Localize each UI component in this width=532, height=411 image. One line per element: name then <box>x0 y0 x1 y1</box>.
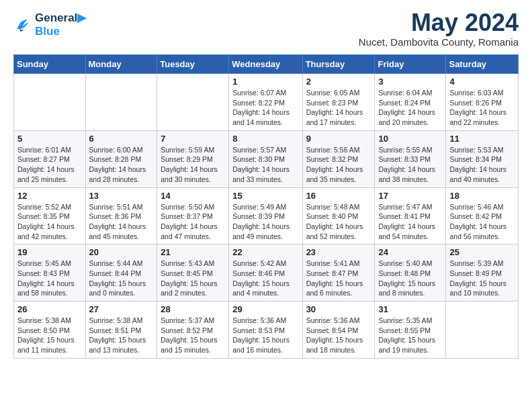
day-number: 20 <box>89 247 154 257</box>
day-number: 21 <box>161 247 225 257</box>
month-title: May 2024 <box>359 11 519 35</box>
day-info: Sunrise: 5:47 AM Sunset: 8:41 PM Dayligh… <box>378 202 442 242</box>
day-number: 3 <box>378 77 442 87</box>
day-number: 18 <box>449 191 515 201</box>
table-row: 28Sunrise: 5:37 AM Sunset: 8:52 PM Dayli… <box>157 302 229 359</box>
header-tuesday: Tuesday <box>157 55 229 74</box>
table-row <box>14 74 86 131</box>
location: Nucet, Dambovita County, Romania <box>359 36 519 48</box>
day-number: 11 <box>449 134 515 144</box>
table-row: 19Sunrise: 5:45 AM Sunset: 8:43 PM Dayli… <box>14 244 86 302</box>
day-number: 9 <box>306 134 371 144</box>
day-number: 5 <box>17 134 82 144</box>
day-number: 10 <box>378 134 442 144</box>
day-info: Sunrise: 5:35 AM Sunset: 8:55 PM Dayligh… <box>378 316 442 355</box>
day-info: Sunrise: 6:01 AM Sunset: 8:27 PM Dayligh… <box>17 145 82 185</box>
table-row: 9Sunrise: 5:56 AM Sunset: 8:32 PM Daylig… <box>302 130 375 187</box>
table-row: 31Sunrise: 5:35 AM Sunset: 8:55 PM Dayli… <box>375 302 446 359</box>
day-number: 2 <box>306 77 371 87</box>
table-row: 11Sunrise: 5:53 AM Sunset: 8:34 PM Dayli… <box>446 130 519 187</box>
day-info: Sunrise: 5:39 AM Sunset: 8:49 PM Dayligh… <box>449 259 515 298</box>
table-row: 18Sunrise: 5:46 AM Sunset: 8:42 PM Dayli… <box>446 187 519 244</box>
day-number: 25 <box>449 247 515 257</box>
table-row: 23Sunrise: 5:41 AM Sunset: 8:47 PM Dayli… <box>302 244 375 302</box>
calendar-week-row: 19Sunrise: 5:45 AM Sunset: 8:43 PM Dayli… <box>14 244 519 302</box>
table-row: 26Sunrise: 5:38 AM Sunset: 8:50 PM Dayli… <box>14 302 86 359</box>
table-row: 21Sunrise: 5:43 AM Sunset: 8:45 PM Dayli… <box>157 244 229 302</box>
header-monday: Monday <box>85 55 157 74</box>
table-row: 15Sunrise: 5:49 AM Sunset: 8:39 PM Dayli… <box>229 187 302 244</box>
day-info: Sunrise: 5:55 AM Sunset: 8:33 PM Dayligh… <box>378 145 442 185</box>
header: General▶ Blue May 2024 Nucet, Dambovita … <box>13 11 519 48</box>
day-info: Sunrise: 5:59 AM Sunset: 8:29 PM Dayligh… <box>161 145 225 185</box>
day-info: Sunrise: 6:05 AM Sunset: 8:23 PM Dayligh… <box>306 88 371 128</box>
day-info: Sunrise: 5:45 AM Sunset: 8:43 PM Dayligh… <box>17 259 82 298</box>
day-number: 30 <box>306 304 371 314</box>
table-row: 8Sunrise: 5:57 AM Sunset: 8:30 PM Daylig… <box>229 130 302 187</box>
calendar-week-row: 5Sunrise: 6:01 AM Sunset: 8:27 PM Daylig… <box>14 130 519 187</box>
day-info: Sunrise: 5:48 AM Sunset: 8:40 PM Dayligh… <box>306 202 371 242</box>
table-row: 7Sunrise: 5:59 AM Sunset: 8:29 PM Daylig… <box>157 130 229 187</box>
table-row: 24Sunrise: 5:40 AM Sunset: 8:48 PM Dayli… <box>375 244 446 302</box>
day-info: Sunrise: 5:38 AM Sunset: 8:51 PM Dayligh… <box>89 316 154 355</box>
day-number: 31 <box>378 304 442 314</box>
table-row: 20Sunrise: 5:44 AM Sunset: 8:44 PM Dayli… <box>85 244 157 302</box>
table-row <box>85 74 157 131</box>
logo: General▶ Blue <box>13 11 86 38</box>
day-number: 22 <box>232 247 298 257</box>
title-block: May 2024 Nucet, Dambovita County, Romani… <box>359 11 519 48</box>
day-info: Sunrise: 5:37 AM Sunset: 8:52 PM Dayligh… <box>161 316 225 355</box>
table-row: 1Sunrise: 6:07 AM Sunset: 8:22 PM Daylig… <box>229 74 302 131</box>
day-info: Sunrise: 5:40 AM Sunset: 8:48 PM Dayligh… <box>378 259 442 298</box>
table-row: 16Sunrise: 5:48 AM Sunset: 8:40 PM Dayli… <box>302 187 375 244</box>
header-thursday: Thursday <box>302 55 375 74</box>
day-number: 26 <box>17 304 82 314</box>
header-wednesday: Wednesday <box>229 55 302 74</box>
day-number: 13 <box>89 191 154 201</box>
logo-icon <box>13 15 32 34</box>
calendar-week-row: 12Sunrise: 5:52 AM Sunset: 8:35 PM Dayli… <box>14 187 519 244</box>
day-number: 19 <box>17 247 82 257</box>
day-number: 17 <box>378 191 442 201</box>
day-number: 12 <box>17 191 82 201</box>
table-row: 10Sunrise: 5:55 AM Sunset: 8:33 PM Dayli… <box>375 130 446 187</box>
day-info: Sunrise: 5:41 AM Sunset: 8:47 PM Dayligh… <box>306 259 371 298</box>
day-info: Sunrise: 5:36 AM Sunset: 8:53 PM Dayligh… <box>232 316 298 355</box>
day-info: Sunrise: 5:57 AM Sunset: 8:30 PM Dayligh… <box>232 145 298 185</box>
day-info: Sunrise: 5:52 AM Sunset: 8:35 PM Dayligh… <box>17 202 82 242</box>
table-row <box>446 302 519 359</box>
table-row: 3Sunrise: 6:04 AM Sunset: 8:24 PM Daylig… <box>375 74 446 131</box>
table-row: 27Sunrise: 5:38 AM Sunset: 8:51 PM Dayli… <box>85 302 157 359</box>
day-info: Sunrise: 5:49 AM Sunset: 8:39 PM Dayligh… <box>232 202 298 242</box>
day-number: 6 <box>89 134 154 144</box>
table-row: 13Sunrise: 5:51 AM Sunset: 8:36 PM Dayli… <box>85 187 157 244</box>
day-info: Sunrise: 5:44 AM Sunset: 8:44 PM Dayligh… <box>89 259 154 298</box>
day-number: 24 <box>378 247 442 257</box>
day-info: Sunrise: 5:36 AM Sunset: 8:54 PM Dayligh… <box>306 316 371 355</box>
table-row: 30Sunrise: 5:36 AM Sunset: 8:54 PM Dayli… <box>302 302 375 359</box>
day-number: 4 <box>449 77 515 87</box>
day-number: 27 <box>89 304 154 314</box>
day-info: Sunrise: 5:51 AM Sunset: 8:36 PM Dayligh… <box>89 202 154 242</box>
day-number: 14 <box>161 191 225 201</box>
day-info: Sunrise: 5:43 AM Sunset: 8:45 PM Dayligh… <box>161 259 225 298</box>
day-number: 15 <box>232 191 298 201</box>
calendar-week-row: 26Sunrise: 5:38 AM Sunset: 8:50 PM Dayli… <box>14 302 519 359</box>
day-number: 28 <box>161 304 225 314</box>
day-number: 16 <box>306 191 371 201</box>
table-row: 25Sunrise: 5:39 AM Sunset: 8:49 PM Dayli… <box>446 244 519 302</box>
table-row: 14Sunrise: 5:50 AM Sunset: 8:37 PM Dayli… <box>157 187 229 244</box>
table-row: 22Sunrise: 5:42 AM Sunset: 8:46 PM Dayli… <box>229 244 302 302</box>
day-info: Sunrise: 5:53 AM Sunset: 8:34 PM Dayligh… <box>449 145 515 185</box>
table-row: 5Sunrise: 6:01 AM Sunset: 8:27 PM Daylig… <box>14 130 86 187</box>
page: General▶ Blue May 2024 Nucet, Dambovita … <box>0 0 532 372</box>
table-row <box>157 74 229 131</box>
day-info: Sunrise: 5:50 AM Sunset: 8:37 PM Dayligh… <box>161 202 225 242</box>
day-number: 23 <box>306 247 371 257</box>
day-info: Sunrise: 5:42 AM Sunset: 8:46 PM Dayligh… <box>232 259 298 298</box>
table-row: 17Sunrise: 5:47 AM Sunset: 8:41 PM Dayli… <box>375 187 446 244</box>
day-number: 7 <box>161 134 225 144</box>
table-row: 6Sunrise: 6:00 AM Sunset: 8:28 PM Daylig… <box>85 130 157 187</box>
header-friday: Friday <box>375 55 446 74</box>
day-info: Sunrise: 5:38 AM Sunset: 8:50 PM Dayligh… <box>17 316 82 355</box>
